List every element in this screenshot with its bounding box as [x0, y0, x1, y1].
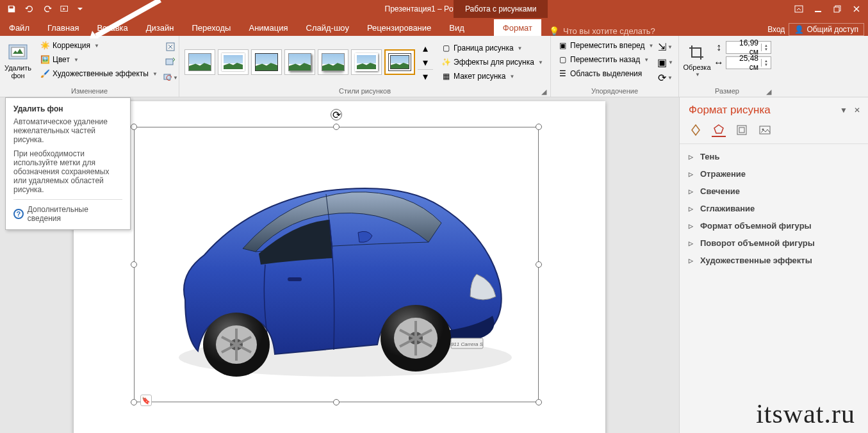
corrections-button[interactable]: ☀️ Коррекция▼: [37, 38, 160, 53]
send-backward-icon: ▢: [557, 54, 568, 65]
width-icon: ↔: [714, 58, 724, 68]
picture-style-2[interactable]: [218, 49, 249, 75]
picture-effects-button[interactable]: ✨Эффекты для рисунка▼: [438, 55, 546, 69]
group-icon: ▣: [657, 56, 667, 69]
resize-handle-s[interactable]: [333, 399, 340, 405]
styles-dialog-launcher[interactable]: ◢: [540, 88, 548, 95]
styles-scroll-up[interactable]: ▴: [418, 41, 433, 55]
remove-background-icon: [8, 42, 28, 63]
redo-icon[interactable]: [40, 2, 55, 16]
tab-transitions[interactable]: Переходы: [183, 19, 240, 36]
lightbulb-icon: 💡: [549, 26, 559, 36]
picture-style-4[interactable]: [284, 49, 315, 75]
tab-design[interactable]: Дизайн: [137, 19, 183, 36]
restore-icon[interactable]: [828, 2, 846, 16]
tab-file[interactable]: Файл: [0, 19, 38, 36]
layout-icon: ▦: [441, 71, 451, 81]
tab-animations[interactable]: Анимация: [240, 19, 297, 36]
size-dialog-launcher[interactable]: ◢: [765, 88, 773, 95]
section-3d-rotation[interactable]: ▷Поворот объемной фигуры: [680, 234, 868, 252]
resize-handle-w[interactable]: [131, 261, 137, 268]
share-button[interactable]: 👤 Общий доступ: [789, 23, 864, 36]
picture-style-7[interactable]: [384, 49, 415, 75]
bring-forward-button[interactable]: ▣Переместить вперед▼: [555, 38, 656, 53]
align-button[interactable]: ⇲▼: [657, 40, 673, 54]
height-input[interactable]: 16,99 см▲▼: [726, 41, 771, 54]
tooltip-more-info-link[interactable]: ? Дополнительные сведения: [13, 199, 122, 223]
styles-more-button[interactable]: ▾: [418, 69, 433, 83]
resize-handle-e[interactable]: [536, 261, 542, 268]
size-properties-icon[interactable]: [735, 123, 749, 137]
tab-slideshow[interactable]: Слайд-шоу: [297, 19, 358, 36]
artistic-effects-button[interactable]: 🖌️ Художественные эффекты▼: [37, 67, 160, 81]
height-icon: ↕: [714, 42, 724, 53]
tab-view[interactable]: Вид: [440, 19, 473, 36]
border-icon: ▢: [441, 43, 451, 53]
rotate-button[interactable]: ⟳▼: [657, 70, 673, 85]
section-3d-format[interactable]: ▷Формат объемной фигуры: [680, 217, 868, 234]
tab-insert[interactable]: Вставка: [88, 19, 136, 36]
selection-pane-icon: ☰: [557, 69, 568, 79]
selection-pane-button[interactable]: ☰Область выделения: [555, 67, 656, 81]
section-shadow[interactable]: ▷Тень: [680, 148, 868, 165]
color-button[interactable]: 🖼️ Цвет▼: [37, 53, 160, 67]
picture-style-1[interactable]: [184, 49, 215, 75]
resize-handle-se[interactable]: [536, 399, 542, 405]
section-soft-edges[interactable]: ▷Сглаживание: [680, 200, 868, 217]
start-from-beginning-icon[interactable]: [58, 2, 73, 16]
resize-handle-nw[interactable]: [131, 124, 137, 130]
picture-style-3[interactable]: [251, 49, 282, 75]
resize-handle-ne[interactable]: [536, 124, 542, 130]
close-icon[interactable]: [848, 2, 865, 16]
minimize-icon[interactable]: [809, 2, 827, 16]
remove-background-button[interactable]: Удалить фон: [4, 38, 32, 83]
compress-pictures-button[interactable]: [163, 40, 178, 54]
resize-handle-sw[interactable]: [131, 399, 137, 405]
tooltip-text-1: Автоматическое удаление нежелательных ча…: [13, 117, 122, 144]
title-bar: Презентация1 – PowerPoint Работа с рисун…: [0, 0, 868, 18]
slide-canvas[interactable]: 911 Carrera S ⟳ 🔖: [74, 101, 605, 433]
save-icon[interactable]: [4, 2, 19, 16]
ribbon-tabs: Файл Главная Вставка Дизайн Переходы Ани…: [0, 18, 868, 36]
rotate-handle[interactable]: ⟳: [331, 109, 342, 120]
ribbon-display-options-icon[interactable]: [790, 2, 808, 16]
picture-border-button[interactable]: ▢Граница рисунка▼: [438, 41, 546, 55]
tell-me-placeholder: Что вы хотите сделать?: [563, 26, 655, 36]
picture-icon-tab[interactable]: [758, 123, 772, 137]
section-glow[interactable]: ▷Свечение: [680, 183, 868, 200]
fill-line-icon[interactable]: [689, 123, 703, 137]
resize-handle-n[interactable]: [333, 124, 340, 130]
pane-close-icon[interactable]: ✕: [854, 106, 860, 115]
section-artistic-effects[interactable]: ▷Художественные эффекты: [680, 252, 868, 269]
artistic-icon: 🖌️: [40, 69, 50, 79]
signin-link[interactable]: Вход: [767, 25, 785, 34]
tab-review[interactable]: Рецензирование: [358, 19, 440, 36]
svg-rect-4: [834, 7, 839, 12]
crop-button[interactable]: Обрезка ▼: [683, 38, 711, 83]
rotate-icon: ⟳: [658, 72, 666, 84]
tell-me-search[interactable]: 💡 Что вы хотите сделать?: [541, 26, 663, 36]
picture-style-5[interactable]: [318, 49, 348, 75]
undo-icon[interactable]: [22, 2, 37, 16]
pane-options-icon[interactable]: ▼: [840, 106, 848, 115]
qat-customize-icon[interactable]: [76, 2, 85, 16]
section-reflection[interactable]: ▷Отражение: [680, 165, 868, 183]
tab-home[interactable]: Главная: [38, 19, 88, 36]
tab-format[interactable]: Формат: [494, 19, 541, 36]
width-input[interactable]: 25,48 см▲▼: [726, 56, 771, 69]
section-bookmark-icon[interactable]: 🔖: [140, 395, 152, 406]
effects-icon-tab[interactable]: [712, 123, 726, 137]
picture-selection[interactable]: 911 Carrera S ⟳: [134, 127, 539, 402]
group-label-change: Изменение: [0, 86, 179, 97]
group-label-arrange: Упорядочение: [551, 86, 678, 97]
reset-picture-button[interactable]: ▼: [163, 70, 178, 85]
send-backward-button[interactable]: ▢Переместить назад▼: [555, 53, 656, 67]
change-picture-button[interactable]: [163, 55, 178, 69]
picture-layout-button[interactable]: ▦Макет рисунка▼: [438, 69, 546, 83]
picture-style-6[interactable]: [351, 49, 382, 75]
format-picture-pane: Формат рисунка ▼ ✕ ▷Тень ▷Отражение ▷Све…: [679, 97, 868, 433]
group-button[interactable]: ▣▼: [657, 55, 673, 69]
svg-text:911 Carrera S: 911 Carrera S: [451, 341, 484, 347]
styles-scroll-down[interactable]: ▾: [418, 55, 433, 69]
car-image[interactable]: 911 Carrera S: [160, 146, 525, 402]
